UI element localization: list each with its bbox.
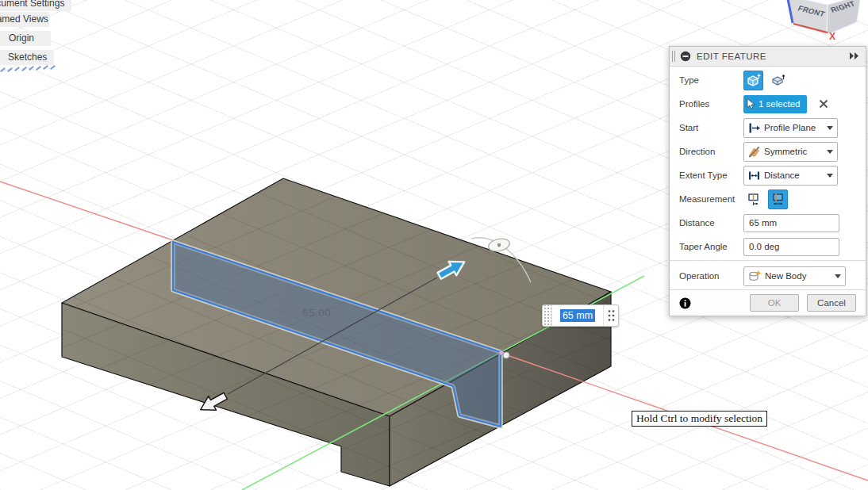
measurement-row-label: Measurement [679,194,743,204]
fusion-canvas: Document Settings Named Views Origin Ske… [0,0,868,490]
expand-chevrons-icon[interactable] [849,52,860,60]
start-value: Profile Plane [761,123,824,132]
extent-row-label: Extent Type [679,170,743,180]
profiles-count-text: 1 selected [759,99,800,109]
direction-dropdown[interactable]: Symmetric [743,142,838,162]
sketch-highlight-dashes [0,67,59,73]
ok-button[interactable]: OK [750,294,799,312]
dialog-divider [670,260,866,261]
cancel-button[interactable]: Cancel [807,294,856,312]
chevron-down-icon [835,274,841,278]
dialog-title-bar[interactable]: EDIT FEATURE [670,47,866,67]
clear-selection-icon[interactable] [819,99,828,109]
operation-value: New Body [762,271,832,281]
measurement-half-button[interactable] [743,189,763,209]
direction-value: Symmetric [761,147,824,156]
tree-item-origin[interactable]: Origin [0,31,51,46]
profile-plane-icon [747,121,761,135]
tree-item-label: Document Settings [0,0,64,9]
tree-item-label: Origin [0,33,34,44]
extent-type-value: Distance [761,170,824,180]
type-row-label: Type [679,75,743,85]
new-body-icon [747,270,762,283]
edit-feature-dialog: EDIT FEATURE Type [669,46,866,316]
tree-item-sketches[interactable]: Sketches [0,50,54,65]
direction-row-label: Direction [679,147,743,156]
editor-drag-grip[interactable] [543,305,552,326]
dialog-footer: OK Cancel [670,289,866,316]
sketch-point [499,350,504,355]
chevron-down-icon [827,150,833,154]
distance-inline-editor[interactable]: 65 mm [542,304,619,327]
selected-value-text[interactable]: 65 mm [560,309,595,322]
selection-hint-tooltip: Hold Ctrl to modify selection [632,411,767,427]
tree-item-document-settings[interactable]: Document Settings [0,0,71,11]
editor-kebab-menu[interactable] [603,305,618,326]
extrude-solid-icon [746,73,761,88]
x-axis-line-back [0,182,173,240]
distance-row-label: Distance [679,218,743,228]
viewcube-x-label: X [829,31,835,42]
chevron-down-icon [827,126,833,130]
dialog-title: EDIT FEATURE [697,52,766,61]
taper-row-label: Taper Angle [679,242,743,251]
dimension-value-label: 65.00 [302,307,331,319]
distance-inline-field[interactable]: 65 mm [552,305,603,326]
measurement-whole-button[interactable] [768,189,788,209]
type-extrude-solid-button[interactable] [743,71,763,90]
type-extrude-thin-button[interactable] [768,71,788,90]
operation-row-label: Operation [679,271,743,281]
kebab-dots-icon [607,309,615,322]
collapse-circle-icon[interactable] [680,51,691,62]
operation-dropdown[interactable]: New Body [743,266,846,286]
cursor-icon [747,98,755,109]
tree-item-label: Sketches [0,52,47,63]
dialog-drag-handle-icon[interactable] [672,51,675,62]
profiles-selection-button[interactable]: 1 selected [743,95,807,113]
measure-whole-icon [771,192,785,206]
measure-half-icon [747,192,761,206]
distance-icon [747,169,761,182]
tree-item-named-views[interactable]: Named Views [0,12,49,27]
distance-input[interactable] [743,214,839,232]
chevron-down-icon [827,174,833,178]
extrude-thin-icon [770,73,785,88]
tree-item-label: Named Views [0,13,48,25]
start-row-label: Start [679,123,743,132]
extent-type-dropdown[interactable]: Distance [743,166,838,186]
info-icon[interactable] [679,297,691,309]
view-cube[interactable]: FRONT RIGHT X [770,0,868,49]
profiles-row-label: Profiles [679,99,743,109]
start-dropdown[interactable]: Profile Plane [743,118,838,138]
taper-angle-input[interactable] [743,238,839,256]
symmetric-icon [747,145,761,159]
